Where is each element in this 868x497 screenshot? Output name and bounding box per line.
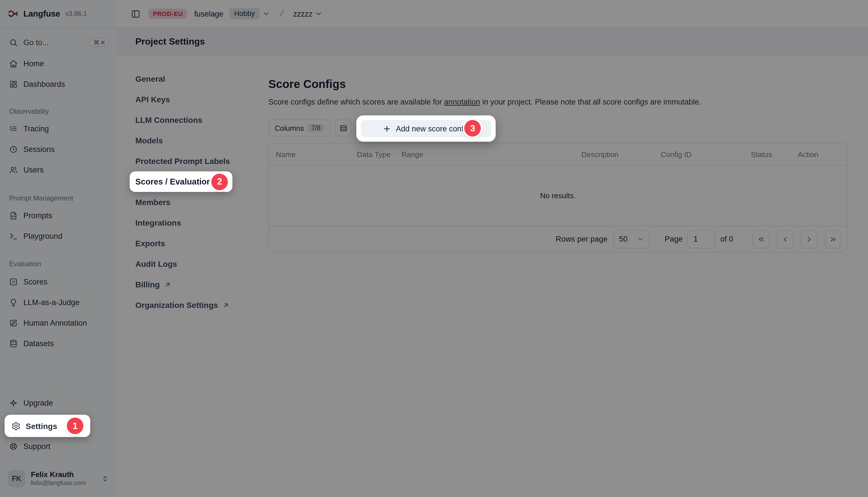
settings-nav-billing[interactable]: Billing [130, 276, 232, 293]
chevrons-up-down-icon [101, 475, 109, 483]
settings-nav-organization-settings[interactable]: Organization Settings [130, 297, 232, 313]
sidebar-item-home[interactable]: Home [0, 55, 117, 72]
settings-nav-llm-connections[interactable]: LLM Connections [130, 112, 232, 128]
sidebar-item-upgrade[interactable]: Upgrade [0, 394, 117, 411]
sidebar-item-users[interactable]: Users [0, 161, 117, 178]
columns-button[interactable]: Columns 7/8 [269, 119, 330, 137]
score-configs-table: Name Data Type Range Description Config … [269, 143, 848, 253]
annotation-pen-icon [9, 318, 18, 327]
rows-icon [339, 124, 348, 132]
columns-count-badge: 7/8 [308, 124, 324, 132]
settings-nav-general[interactable]: General [130, 71, 232, 87]
brand-version: v3.86.1 [66, 10, 87, 17]
project-chevron-down-icon[interactable] [315, 10, 323, 18]
home-icon [9, 59, 18, 68]
page-of-label: of 0 [720, 235, 733, 243]
lightbulb-icon [9, 298, 18, 307]
list-tree-icon [9, 124, 18, 133]
page-size-select[interactable]: 50 [613, 230, 650, 248]
rows-per-page-label: Rows per page [555, 235, 608, 243]
dashboards-icon [9, 80, 18, 88]
table-empty-state: No results. [269, 166, 847, 226]
section-description: Score configs define which scores are av… [269, 97, 848, 108]
section-heading: Score Configs [269, 77, 848, 91]
settings-nav-audit-logs[interactable]: Audit Logs [130, 256, 232, 272]
user-menu[interactable]: FK Felix Krauth felix@langfuse.com [0, 468, 117, 489]
sidebar-bottom: Upgrade Settings 1 Support FK Felix Krau… [0, 394, 117, 497]
annotation-link[interactable]: annotation [444, 98, 480, 106]
chevron-down-icon [637, 236, 644, 243]
external-link-icon [222, 301, 229, 309]
app-window: Langfuse v3.86.1 Go to... ⌘ K Home Dashb… [0, 0, 868, 497]
sidebar-item-prompts[interactable]: Prompts [0, 207, 117, 224]
sidebar-toggle-button[interactable] [131, 9, 141, 18]
sidebar-item-playground[interactable]: Playground [0, 227, 117, 244]
clock-icon [9, 145, 18, 153]
settings-nav-integrations[interactable]: Integrations [130, 215, 232, 231]
section-label-observability: Observability [0, 107, 117, 115]
page-title: Project Settings [135, 37, 205, 47]
sidebar-item-dashboards[interactable]: Dashboards [0, 75, 117, 93]
last-page-button[interactable] [825, 230, 842, 248]
row-height-button[interactable] [335, 119, 352, 137]
external-link-icon [164, 281, 171, 288]
sidebar: Langfuse v3.86.1 Go to... ⌘ K Home Dashb… [0, 0, 118, 497]
column-header-range: Range [402, 150, 581, 158]
langfuse-logo-icon [8, 9, 18, 19]
sidebar-item-settings[interactable]: Settings 1 [4, 415, 90, 437]
scores-icon [9, 278, 18, 286]
score-configs-section: Score Configs Score configs define which… [269, 56, 848, 497]
sidebar-item-human-annotation[interactable]: Human Annotation [0, 314, 117, 331]
first-page-button[interactable] [753, 230, 770, 248]
page-number-input[interactable] [687, 230, 716, 248]
users-icon [9, 165, 18, 174]
sidebar-item-sessions[interactable]: Sessions [0, 141, 117, 158]
table-pagination: Rows per page 50 Page of 0 [269, 226, 847, 252]
terminal-icon [9, 232, 18, 240]
sidebar-item-support[interactable]: Support [0, 438, 117, 455]
settings-nav-models[interactable]: Models [130, 132, 232, 148]
goto-label: Go to... [24, 38, 49, 46]
org-chevron-down-icon[interactable] [262, 10, 270, 18]
column-header-status: Status [751, 150, 798, 158]
plan-badge: Hobby [229, 8, 260, 19]
tour-step-2-badge: 2 [211, 173, 228, 190]
column-header-name: Name [276, 150, 357, 158]
column-header-data-type: Data Type [357, 150, 402, 158]
sidebar-item-llm-as-a-judge[interactable]: LLM-as-a-Judge [0, 294, 117, 311]
next-page-button[interactable] [801, 230, 818, 248]
settings-nav-exports[interactable]: Exports [130, 236, 232, 251]
page-header: Project Settings [117, 28, 868, 56]
settings-nav-api-keys[interactable]: API Keys [130, 91, 232, 108]
column-header-action: Action [798, 150, 840, 158]
column-header-description: Description [581, 150, 661, 158]
previous-page-button[interactable] [777, 230, 794, 248]
avatar: FK [8, 470, 25, 487]
goto-search[interactable]: Go to... ⌘ K [0, 35, 117, 50]
shortcut-badge: ⌘ K [89, 38, 109, 47]
page-label: Page [665, 235, 683, 243]
breadcrumb-org[interactable]: fuselage [194, 10, 223, 18]
settings-nav-protected-prompt-labels[interactable]: Protected Prompt Labels [130, 153, 232, 169]
breadcrumb-project[interactable]: zzzzz [293, 10, 313, 18]
settings-nav-scores-evaluation[interactable]: Scores / Evaluation 2 [130, 171, 232, 192]
main-area: PROD-EU fuselage Hobby zzzzz Project Set… [117, 0, 868, 497]
sidebar-item-datasets[interactable]: Datasets [0, 335, 117, 352]
file-code-icon [9, 211, 18, 219]
gear-icon [11, 421, 20, 430]
sidebar-item-scores[interactable]: Scores [0, 273, 117, 290]
brand-name: Langfuse [24, 9, 60, 18]
table-header-row: Name Data Type Range Description Config … [269, 143, 847, 166]
column-header-config-id: Config ID [661, 150, 751, 158]
user-name: Felix Krauth [31, 471, 86, 479]
breadcrumb-slash-icon [277, 9, 286, 18]
life-buoy-icon [9, 442, 18, 451]
settings-nav: General API Keys LLM Connections Models … [130, 56, 232, 497]
database-icon [9, 339, 18, 347]
plus-icon [383, 124, 391, 133]
sparkle-icon [9, 398, 18, 407]
tour-step-1-badge: 1 [67, 417, 83, 434]
page-body: General API Keys LLM Connections Models … [117, 56, 868, 497]
settings-nav-members[interactable]: Members [130, 194, 232, 210]
sidebar-item-tracing[interactable]: Tracing [0, 120, 117, 137]
